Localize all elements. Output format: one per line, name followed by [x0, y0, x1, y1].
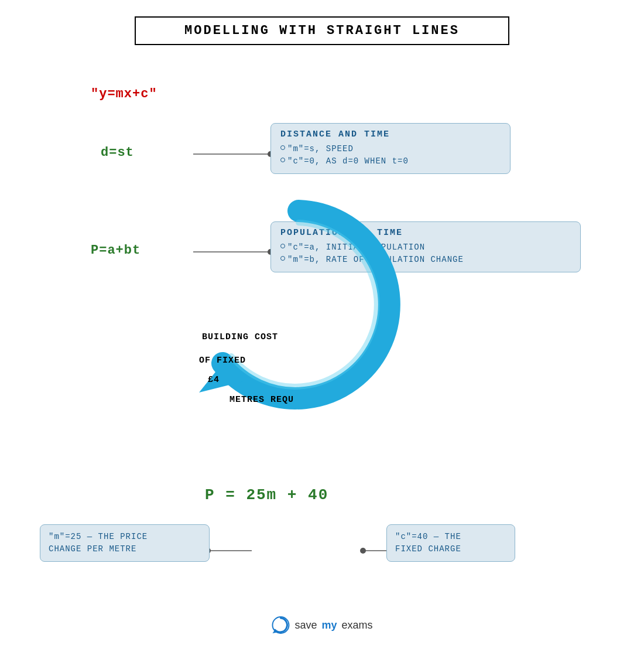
main-formula: P = 25m + 40 — [205, 486, 328, 504]
callout-right: "c"=40 — THE FIXED CHARGE — [386, 524, 515, 562]
logo-area: save my exams — [271, 616, 372, 634]
blue-circle-arrow — [187, 193, 410, 416]
callout-left-line1: "m"=25 — THE PRICE — [49, 531, 201, 543]
distance-equation: d=st — [101, 145, 134, 160]
bullet-icon — [280, 145, 285, 150]
logo-icon — [271, 616, 290, 634]
info-box-distance: DISTANCE AND TIME "m"=s, SPEED "c"=0, AS… — [270, 123, 511, 174]
title-text: MODELLING WITH STRAIGHT LINES — [184, 23, 460, 38]
hidden-text-2: OF FIXED — [199, 354, 246, 368]
title-box: MODELLING WITH STRAIGHT LINES — [135, 16, 509, 45]
population-equation: P=a+bt — [91, 243, 141, 258]
logo-my: my — [322, 619, 337, 632]
info-box-1-item2: "c"=0, AS d=0 WHEN t=0 — [280, 155, 501, 168]
page: MODELLING WITH STRAIGHT LINES "y=mx+c" d… — [0, 0, 644, 645]
logo-exams: exams — [342, 619, 373, 632]
logo-save: save — [294, 619, 317, 632]
info-box-1-item1: "m"=s, SPEED — [280, 143, 501, 155]
hidden-text-3: £4 — [208, 374, 220, 387]
info-box-1-title: DISTANCE AND TIME — [280, 129, 501, 139]
callout-right-line1: "c"=40 — THE — [395, 531, 506, 543]
svg-point-7 — [360, 548, 366, 554]
callout-left: "m"=25 — THE PRICE CHANGE PER METRE — [40, 524, 210, 562]
callout-left-line2: CHANGE PER METRE — [49, 543, 201, 555]
callout-right-line2: FIXED CHARGE — [395, 543, 506, 555]
bullet-icon — [280, 158, 285, 162]
hidden-text-1: BUILDING COST — [202, 331, 278, 344]
red-formula: "y=mx+c" — [91, 87, 157, 101]
hidden-text-4: METRES REQU — [229, 394, 294, 407]
